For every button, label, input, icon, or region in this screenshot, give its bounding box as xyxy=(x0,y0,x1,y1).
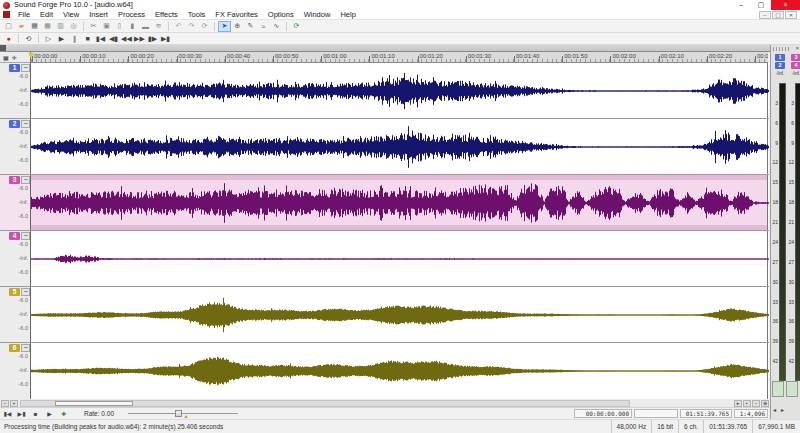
channel-number-badge[interactable]: 1 xyxy=(9,64,20,72)
go-to-end-button[interactable]: ▶▮ xyxy=(15,409,28,418)
pause-button[interactable]: ∥ xyxy=(68,33,81,44)
menu-options[interactable]: Options xyxy=(263,10,299,20)
open-file-icon[interactable]: ▰ xyxy=(15,21,28,32)
menu-file[interactable]: File xyxy=(13,10,35,20)
menu-help[interactable]: Help xyxy=(335,10,360,20)
waveform-view-channel-5[interactable] xyxy=(30,287,768,342)
play-button[interactable]: ▶ xyxy=(55,33,68,44)
stop-button[interactable]: ■ xyxy=(29,409,42,418)
go-to-end-button[interactable]: ▶▮ xyxy=(159,33,172,44)
meter-scroll-right-icon[interactable]: ▸ xyxy=(781,407,784,413)
zoom-ratio-box[interactable]: 1:4,096 xyxy=(734,409,768,418)
paste-special-icon[interactable]: ▮ xyxy=(126,21,139,32)
undo-icon[interactable]: ↶ xyxy=(172,21,185,32)
envelope-tool-icon[interactable]: ≈ xyxy=(257,21,270,32)
open-in-chainer-button[interactable]: ✚ xyxy=(57,409,70,418)
meter-panel-close-icon[interactable]: × xyxy=(795,45,799,52)
cursor-marker[interactable] xyxy=(28,53,34,58)
waveform-view-channel-3[interactable] xyxy=(30,175,768,230)
redo-icon[interactable]: ↷ xyxy=(185,21,198,32)
waveform-view-channel-2[interactable] xyxy=(30,119,768,174)
mdi-restore-button[interactable]: ▢ xyxy=(772,11,784,19)
meter-panel-grip[interactable] xyxy=(773,47,791,51)
channel-minimize-button[interactable]: − xyxy=(21,64,30,72)
record-button[interactable]: ● xyxy=(2,33,15,44)
zoom-in-button[interactable]: ⊕ xyxy=(761,400,769,407)
channel-minimize-button[interactable]: − xyxy=(21,344,30,352)
channel-number-badge[interactable]: 2 xyxy=(9,120,20,128)
time-zoom-out-button[interactable]: − xyxy=(1,400,9,407)
waveform-view-channel-4[interactable] xyxy=(30,231,768,286)
channel-minimize-button[interactable]: − xyxy=(21,232,30,240)
meter-scale-number: 15 xyxy=(788,180,794,185)
repeat-icon[interactable]: ⟳ xyxy=(198,21,211,32)
scrollbar-thumb[interactable] xyxy=(55,401,133,406)
menu-tools[interactable]: Tools xyxy=(183,10,211,20)
trim-icon[interactable]: ▬ xyxy=(139,21,152,32)
channel-number-badge[interactable]: 3 xyxy=(9,176,20,184)
paste-icon[interactable]: ▯ xyxy=(113,21,126,32)
mdi-close-button[interactable]: × xyxy=(785,11,797,19)
mix-icon[interactable]: ≋ xyxy=(152,21,165,32)
zoom-selection-button[interactable]: ▪ xyxy=(743,400,751,407)
close-button[interactable]: × xyxy=(771,0,800,10)
stop-button[interactable]: ■ xyxy=(81,33,94,44)
channel-row-3: 3−-6.0-Inf.-6.0 xyxy=(0,175,769,231)
zoom-out-button[interactable]: − xyxy=(752,400,760,407)
minimize-button[interactable]: – xyxy=(731,0,751,10)
overview-cursor[interactable] xyxy=(0,45,6,51)
channel-minimize-button[interactable]: − xyxy=(21,288,30,296)
channel-number-badge[interactable]: 5 xyxy=(9,288,20,296)
loop-playback-button[interactable]: ⟲ xyxy=(22,33,35,44)
restore-button[interactable]: ▢ xyxy=(751,0,771,10)
menu-view[interactable]: View xyxy=(58,10,84,20)
channel-number-badge[interactable]: 4 xyxy=(9,232,20,240)
horizontal-scrollbar[interactable]: −+▸▪−⊕ xyxy=(0,399,770,408)
meter-scroll-left-icon[interactable]: ◂ xyxy=(773,407,776,413)
time-ruler[interactable]: 00:00:0000:00:1000:00:2000:00:3000:00:40… xyxy=(30,52,768,63)
render-as-icon[interactable]: ▥ xyxy=(54,21,67,32)
length-box[interactable]: 01:51:39.765 xyxy=(680,409,732,418)
menu-effects[interactable]: Effects xyxy=(150,10,183,20)
channel-minimize-button[interactable]: − xyxy=(21,176,30,184)
burn-disc-icon[interactable]: ◎ xyxy=(67,21,80,32)
scrollbar-track[interactable] xyxy=(20,400,630,407)
audio-stream-icon[interactable]: ▦ xyxy=(3,54,9,61)
selection-box[interactable] xyxy=(634,409,678,418)
play-all-button[interactable]: ▷ xyxy=(42,33,55,44)
cut-icon[interactable]: ✂ xyxy=(87,21,100,32)
save-as-icon[interactable]: ▦ xyxy=(41,21,54,32)
copy-icon[interactable]: ▣ xyxy=(100,21,113,32)
menu-process[interactable]: Process xyxy=(113,10,150,20)
play-normal-button[interactable]: ▶ xyxy=(43,409,56,418)
menu-fx-favorites[interactable]: FX Favorites xyxy=(210,10,263,20)
waveform-view-channel-6[interactable] xyxy=(30,343,768,399)
pencil-tool-icon[interactable]: ✎ xyxy=(244,21,257,32)
rewind-button[interactable]: ◀◀ xyxy=(120,33,133,44)
rate-slider[interactable] xyxy=(128,409,238,418)
snap-cursor-icon[interactable]: ✛ xyxy=(12,54,17,61)
overview-bar[interactable] xyxy=(0,45,770,52)
channel-minimize-button[interactable]: − xyxy=(21,120,30,128)
zoom-normal-button[interactable]: ▸ xyxy=(734,400,742,407)
go-to-start-button[interactable]: ▮◀ xyxy=(1,409,14,418)
magnify-tool-icon[interactable]: ⊕ xyxy=(231,21,244,32)
forward-button[interactable]: ▶▶ xyxy=(133,33,146,44)
next-marker-button[interactable]: ▮▶ xyxy=(146,33,159,44)
refresh-icon[interactable]: ⟳ xyxy=(290,21,303,32)
menu-insert[interactable]: Insert xyxy=(84,10,113,20)
go-to-start-button[interactable]: ▮◀ xyxy=(94,33,107,44)
menu-edit[interactable]: Edit xyxy=(35,10,58,20)
event-tool-icon[interactable]: ∿ xyxy=(270,21,283,32)
waveform-view-channel-1[interactable] xyxy=(30,63,768,118)
rate-slider-thumb[interactable] xyxy=(175,410,182,417)
previous-marker-button[interactable]: ◀▮ xyxy=(107,33,120,44)
mdi-minimize-button[interactable]: – xyxy=(759,11,771,19)
save-icon[interactable]: ▦ xyxy=(28,21,41,32)
channel-number-badge[interactable]: 6 xyxy=(9,344,20,352)
menu-window[interactable]: Window xyxy=(299,10,336,20)
position-box[interactable]: 00:00:00.000 xyxy=(574,409,632,418)
edit-tool-icon[interactable]: ➤ xyxy=(218,21,231,32)
time-zoom-in-button[interactable]: + xyxy=(10,400,18,407)
new-file-icon[interactable]: ▢ xyxy=(2,21,15,32)
